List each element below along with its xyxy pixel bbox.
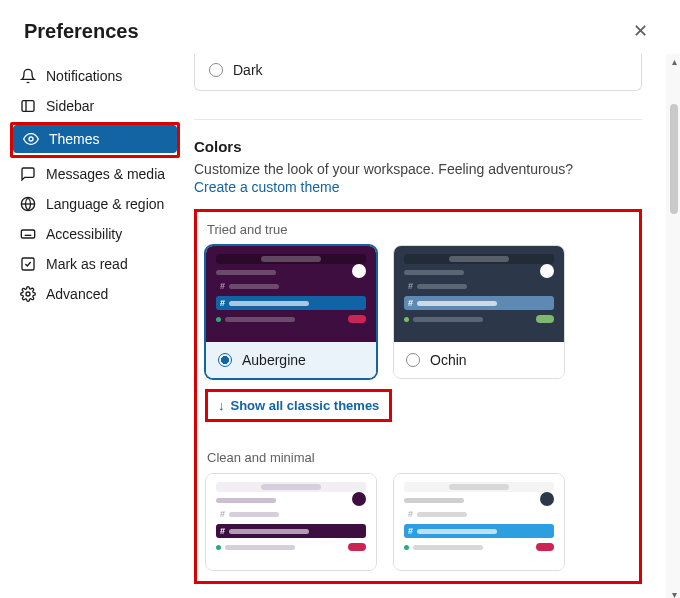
show-all-label: Show all classic themes: [231, 398, 380, 413]
keyboard-icon: [20, 226, 36, 242]
sidebar-item-label: Mark as read: [46, 256, 128, 272]
sidebar-item-advanced[interactable]: Advanced: [10, 280, 180, 308]
radio-unchecked-icon: [209, 63, 223, 77]
theme-card-clean-1[interactable]: # #: [205, 473, 377, 571]
colors-heading: Colors: [194, 138, 642, 155]
sidebar-item-mark-as-read[interactable]: Mark as read: [10, 250, 180, 278]
divider: [194, 119, 642, 120]
colors-description: Customize the look of your workspace. Fe…: [194, 161, 642, 177]
theme-card-ochin[interactable]: # # Ochin: [393, 245, 565, 379]
svg-rect-5: [21, 230, 34, 238]
theme-name: Aubergine: [242, 352, 306, 368]
radio-unchecked-icon: [406, 353, 420, 367]
sidebar-item-accessibility[interactable]: Accessibility: [10, 220, 180, 248]
sidebar-item-label: Advanced: [46, 286, 108, 302]
themes-highlight-box: Tried and true # # Aubergine: [194, 209, 642, 584]
theme-card-aubergine[interactable]: # # Aubergine: [205, 245, 377, 379]
preferences-sidebar: Notifications Sidebar Themes Messages & …: [0, 54, 190, 598]
eye-icon: [23, 131, 39, 147]
message-icon: [20, 166, 36, 182]
color-mode-option-dark[interactable]: Dark: [194, 54, 642, 91]
radio-selected-icon: [218, 353, 232, 367]
dark-mode-label: Dark: [233, 62, 263, 78]
check-square-icon: [20, 256, 36, 272]
sidebar-item-label: Messages & media: [46, 166, 165, 182]
globe-icon: [20, 196, 36, 212]
content-pane: ▴ ▾ Dark Colors Customize the look of yo…: [190, 54, 680, 598]
show-all-classic-themes-link[interactable]: ↓ Show all classic themes: [205, 389, 392, 422]
panel-left-icon: [20, 98, 36, 114]
clean-minimal-label: Clean and minimal: [207, 450, 631, 465]
scroll-down-arrow[interactable]: ▾: [672, 589, 677, 598]
sidebar-item-label: Accessibility: [46, 226, 122, 242]
sidebar-item-label: Language & region: [46, 196, 164, 212]
close-button[interactable]: ✕: [625, 16, 656, 46]
sidebar-item-notifications[interactable]: Notifications: [10, 62, 180, 90]
svg-point-2: [29, 137, 33, 141]
create-custom-theme-link[interactable]: Create a custom theme: [194, 179, 642, 195]
sidebar-item-language-region[interactable]: Language & region: [10, 190, 180, 218]
tried-true-label: Tried and true: [207, 222, 631, 237]
scrollbar[interactable]: ▴ ▾: [666, 54, 680, 598]
sidebar-item-messages-media[interactable]: Messages & media: [10, 160, 180, 188]
svg-point-12: [26, 292, 30, 296]
sidebar-item-label: Sidebar: [46, 98, 94, 114]
gear-icon: [20, 286, 36, 302]
sidebar-item-sidebar[interactable]: Sidebar: [10, 92, 180, 120]
svg-rect-0: [22, 101, 34, 112]
close-icon: ✕: [633, 21, 648, 41]
scroll-thumb[interactable]: [670, 104, 678, 214]
bell-icon: [20, 68, 36, 84]
sidebar-item-label: Notifications: [46, 68, 122, 84]
svg-rect-11: [22, 258, 34, 270]
sidebar-item-themes[interactable]: Themes: [13, 125, 177, 153]
theme-name: Ochin: [430, 352, 467, 368]
scroll-up-arrow[interactable]: ▴: [672, 56, 677, 67]
page-title: Preferences: [24, 20, 139, 43]
theme-card-clean-2[interactable]: # #: [393, 473, 565, 571]
sidebar-item-label: Themes: [49, 131, 100, 147]
arrow-down-icon: ↓: [218, 398, 225, 413]
